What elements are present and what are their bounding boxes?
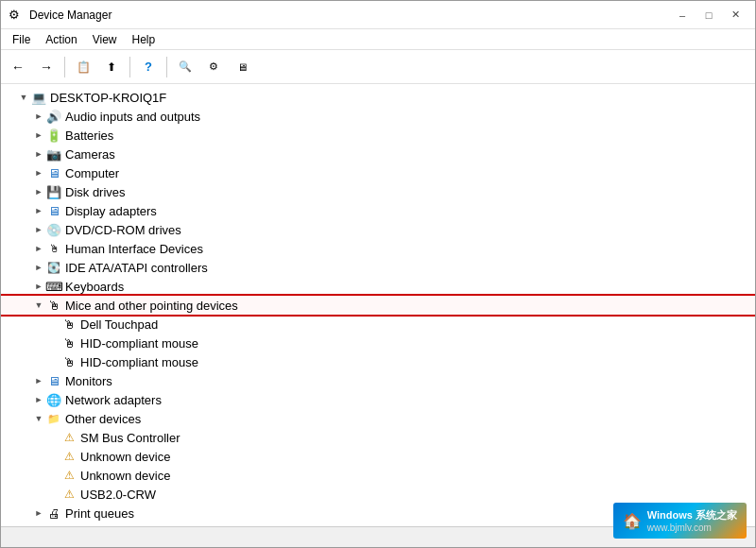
display-icon: 🖥: [46, 203, 61, 218]
smbus-warn-icon: ⚠: [61, 430, 77, 445]
keyboards-icon: ⌨: [46, 279, 61, 294]
dvd-icon: 💿: [46, 222, 61, 237]
print-icon: 🖨: [46, 505, 61, 521]
app-icon: ⚙: [9, 8, 24, 23]
watermark-house-icon: 🏠: [623, 512, 642, 530]
monitors-label: Monitors: [65, 374, 112, 388]
tree-item-monitors[interactable]: ► 🖥 Monitors: [1, 371, 755, 390]
tree-item-usb2crw[interactable]: ► ⚠ USB2.0-CRW: [1, 485, 755, 504]
hid-label: Human Interface Devices: [65, 242, 203, 256]
mice-label: Mice and other pointing devices: [65, 299, 238, 313]
other-label: Other devices: [65, 412, 141, 426]
tree-item-disk[interactable]: ► 💾 Disk drives: [1, 182, 755, 201]
batteries-expander[interactable]: ►: [31, 126, 46, 145]
other-expander[interactable]: ▼: [31, 409, 46, 428]
scan-button[interactable]: 🔍: [172, 54, 198, 80]
menu-help[interactable]: Help: [125, 31, 163, 48]
toolbar: ← → 📋 ⬆ ? 🔍 ⚙ 🖥: [1, 50, 755, 84]
tree-item-hid-mouse-1[interactable]: ► 🖱 HID-compliant mouse: [1, 334, 755, 352]
network-expander[interactable]: ►: [31, 390, 46, 409]
close-button[interactable]: ✕: [723, 6, 747, 25]
menu-file[interactable]: File: [5, 31, 38, 48]
window-title: Device Manager: [29, 9, 112, 22]
settings-button[interactable]: ⚙: [200, 54, 227, 80]
dvd-expander[interactable]: ►: [31, 220, 46, 239]
display-label: Display adapters: [65, 204, 157, 218]
ide-expander[interactable]: ►: [31, 258, 46, 277]
main-content: ▼ 💻 DESKTOP-KROIQ1F ► 🔊 Audio inputs and…: [1, 84, 755, 526]
cameras-label: Cameras: [65, 147, 115, 162]
tree-item-cameras[interactable]: ► 📷 Cameras: [1, 145, 755, 163]
forward-button[interactable]: →: [33, 54, 60, 80]
root-label: DESKTOP-KROIQ1F: [50, 91, 166, 105]
properties-button[interactable]: 📋: [70, 54, 96, 80]
hid-mouse-2-label: HID-compliant mouse: [80, 355, 198, 369]
monitor-button[interactable]: 🖥: [229, 54, 255, 80]
network-icon: 🌐: [46, 392, 61, 407]
disk-icon: 💾: [46, 184, 61, 199]
root-expander[interactable]: ▼: [16, 88, 31, 107]
hid-mouse-1-icon: 🖱: [61, 335, 77, 351]
hid-mouse-2-icon: 🖱: [61, 354, 77, 369]
watermark-text-block: Windows 系统之家 www.bjmlv.com: [647, 508, 737, 533]
tree-item-other[interactable]: ▼ 📁 Other devices: [1, 409, 755, 428]
disk-expander[interactable]: ►: [31, 182, 46, 201]
maximize-button[interactable]: □: [696, 6, 721, 25]
computer-icon: 🖥: [46, 165, 61, 180]
watermark-line2: www.bjmlv.com: [647, 522, 737, 533]
tree-item-keyboards[interactable]: ► ⌨ Keyboards: [1, 277, 755, 296]
tree-item-unknown2[interactable]: ► ⚠ Unknown device: [1, 466, 755, 485]
cameras-icon: 📷: [46, 146, 61, 162]
toolbar-separator-2: [129, 57, 130, 77]
tree-item-network[interactable]: ► 🌐 Network adapters: [1, 390, 755, 409]
computer-expander[interactable]: ►: [31, 163, 46, 182]
other-icon: 📁: [46, 411, 61, 426]
menu-view[interactable]: View: [85, 31, 125, 48]
keyboards-label: Keyboards: [65, 280, 124, 294]
print-expander[interactable]: ►: [31, 504, 46, 522]
batteries-label: Batteries: [65, 128, 113, 143]
update-driver-button[interactable]: ⬆: [98, 54, 125, 80]
tree-item-dell-touchpad[interactable]: ► 🖱 Dell Touchpad: [1, 315, 755, 334]
unknown2-label: Unknown device: [80, 469, 170, 483]
tree-item-display[interactable]: ► 🖥 Display adapters: [1, 201, 755, 220]
tree-item-hid[interactable]: ► 🖱 Human Interface Devices: [1, 239, 755, 258]
dell-touchpad-icon: 🖱: [61, 317, 77, 332]
tree-item-computer[interactable]: ► 🖥 Computer: [1, 163, 755, 182]
audio-label: Audio inputs and outputs: [65, 110, 200, 124]
tree-item-ide[interactable]: ► 💽 IDE ATA/ATAPI controllers: [1, 258, 755, 277]
audio-expander[interactable]: ►: [31, 107, 46, 126]
device-manager-window: ⚙ Device Manager – □ ✕ File Action View …: [0, 0, 756, 548]
computer-icon: 💻: [31, 90, 46, 105]
tree-item-dvd[interactable]: ► 💿 DVD/CD-ROM drives: [1, 220, 755, 239]
minimize-button[interactable]: –: [670, 6, 695, 25]
toolbar-separator-3: [166, 57, 167, 77]
back-button[interactable]: ←: [5, 54, 31, 80]
dvd-label: DVD/CD-ROM drives: [65, 223, 181, 237]
menu-bar: File Action View Help: [1, 29, 755, 50]
network-label: Network adapters: [65, 393, 162, 407]
cameras-expander[interactable]: ►: [31, 145, 46, 163]
help-button[interactable]: ?: [135, 54, 162, 80]
print-label: Print queues: [65, 506, 134, 521]
hid-expander[interactable]: ►: [31, 239, 46, 258]
tree-item-batteries[interactable]: ► 🔋 Batteries: [1, 126, 755, 145]
audio-icon: 🔊: [46, 109, 61, 124]
tree-item-mice[interactable]: ▼ 🖱 Mice and other pointing devices: [1, 296, 755, 315]
mice-expander[interactable]: ▼: [31, 296, 46, 315]
tree-root[interactable]: ▼ 💻 DESKTOP-KROIQ1F: [1, 88, 755, 107]
watermark-line1: Windows 系统之家: [647, 508, 737, 522]
device-tree[interactable]: ▼ 💻 DESKTOP-KROIQ1F ► 🔊 Audio inputs and…: [1, 84, 755, 526]
dell-touchpad-label: Dell Touchpad: [80, 317, 158, 332]
tree-item-unknown1[interactable]: ► ⚠ Unknown device: [1, 447, 755, 466]
unknown2-warn-icon: ⚠: [61, 468, 77, 483]
monitors-icon: 🖥: [46, 373, 61, 388]
tree-item-audio[interactable]: ► 🔊 Audio inputs and outputs: [1, 107, 755, 126]
monitors-expander[interactable]: ►: [31, 371, 46, 390]
display-expander[interactable]: ►: [31, 201, 46, 220]
smbus-label: SM Bus Controller: [80, 431, 180, 445]
menu-action[interactable]: Action: [38, 31, 84, 48]
tree-item-smbus[interactable]: ► ⚠ SM Bus Controller: [1, 428, 755, 447]
tree-item-hid-mouse-2[interactable]: ► 🖱 HID-compliant mouse: [1, 352, 755, 371]
ide-icon: 💽: [46, 260, 61, 275]
